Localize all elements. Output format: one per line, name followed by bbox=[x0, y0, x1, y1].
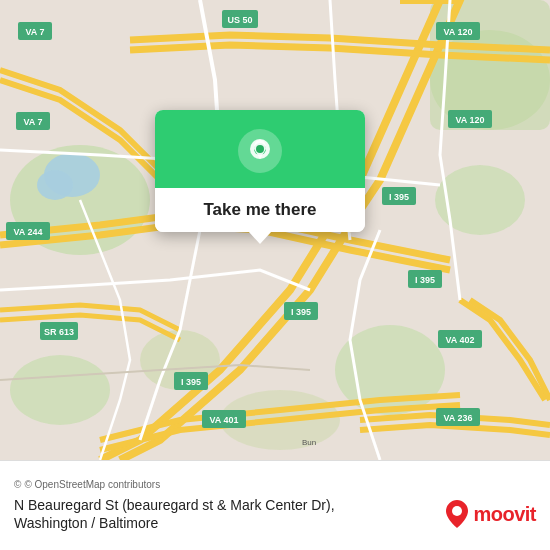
take-me-there-button[interactable]: Take me there bbox=[155, 188, 365, 232]
svg-text:Bun: Bun bbox=[302, 438, 316, 447]
popup-header bbox=[155, 110, 365, 188]
svg-text:US 50: US 50 bbox=[227, 15, 252, 25]
location-popup: Take me there bbox=[155, 110, 365, 232]
svg-text:VA 120: VA 120 bbox=[455, 115, 484, 125]
copyright-symbol: © bbox=[14, 479, 21, 490]
svg-text:I 395: I 395 bbox=[181, 377, 201, 387]
svg-text:VA 7: VA 7 bbox=[25, 27, 44, 37]
svg-point-47 bbox=[452, 506, 462, 516]
svg-text:VA 120: VA 120 bbox=[443, 27, 472, 37]
address-block: N Beauregard St (beauregard st & Mark Ce… bbox=[14, 496, 335, 532]
moovit-pin-icon bbox=[446, 500, 468, 528]
svg-text:SR 613: SR 613 bbox=[44, 327, 74, 337]
address-line2: Washington / Baltimore bbox=[14, 515, 158, 531]
svg-point-10 bbox=[37, 170, 73, 200]
svg-text:I 395: I 395 bbox=[389, 192, 409, 202]
copyright-text: © OpenStreetMap contributors bbox=[24, 479, 160, 490]
moovit-logo: moovit bbox=[446, 500, 536, 528]
svg-text:VA 402: VA 402 bbox=[445, 335, 474, 345]
svg-text:VA 401: VA 401 bbox=[209, 415, 238, 425]
map-area: VA 7 US 50 VA 120 VA 120 VA 7 VA 244 VA … bbox=[0, 0, 550, 460]
address-line1: N Beauregard St (beauregard st & Mark Ce… bbox=[14, 497, 335, 513]
moovit-logo-text: moovit bbox=[473, 503, 536, 526]
copyright-row: © © OpenStreetMap contributors bbox=[14, 479, 536, 490]
svg-point-3 bbox=[435, 165, 525, 235]
svg-text:VA 236: VA 236 bbox=[443, 413, 472, 423]
location-pin-icon bbox=[237, 128, 283, 174]
address-row: N Beauregard St (beauregard st & Mark Ce… bbox=[14, 496, 536, 532]
svg-text:I 395: I 395 bbox=[291, 307, 311, 317]
svg-text:VA 244: VA 244 bbox=[13, 227, 42, 237]
address-text: N Beauregard St (beauregard st & Mark Ce… bbox=[14, 496, 335, 532]
svg-text:VA 7: VA 7 bbox=[23, 117, 42, 127]
svg-text:I 395: I 395 bbox=[415, 275, 435, 285]
svg-point-46 bbox=[256, 145, 264, 153]
footer: © © OpenStreetMap contributors N Beaureg… bbox=[0, 460, 550, 550]
svg-point-6 bbox=[10, 355, 110, 425]
